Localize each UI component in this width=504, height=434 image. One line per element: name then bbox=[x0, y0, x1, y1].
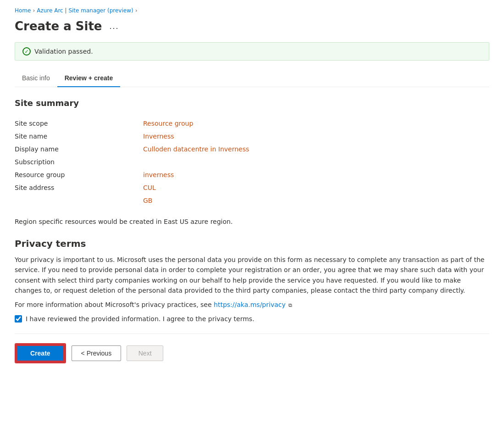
external-link-icon: ⧉ bbox=[288, 301, 292, 310]
tabs-container: Basic info Review + create bbox=[15, 70, 489, 87]
footer-divider bbox=[15, 334, 489, 334]
create-button-wrapper: Create bbox=[15, 343, 66, 363]
summary-row-display-name: Display name Culloden datacentre in Inve… bbox=[15, 143, 489, 156]
value-site-scope: Resource group bbox=[143, 120, 489, 127]
privacy-checkbox[interactable] bbox=[15, 315, 22, 323]
value-display-name: Culloden datacentre in Inverness bbox=[143, 145, 489, 153]
value-subscription bbox=[143, 158, 489, 166]
privacy-text-1: Your privacy is important to us. Microso… bbox=[15, 255, 489, 296]
breadcrumb-sep-2: › bbox=[135, 7, 138, 14]
tab-review-create[interactable]: Review + create bbox=[57, 70, 120, 87]
label-subscription: Subscription bbox=[15, 158, 143, 166]
privacy-checkbox-label[interactable]: I have reviewed the provided information… bbox=[26, 315, 255, 323]
summary-row-resource-group: Resource group inverness bbox=[15, 168, 489, 181]
validation-banner: Validation passed. bbox=[15, 42, 489, 61]
site-summary-title: Site summary bbox=[15, 98, 489, 108]
footer-actions: Create < Previous Next bbox=[15, 341, 489, 363]
privacy-checkbox-row: I have reviewed the provided information… bbox=[15, 315, 489, 323]
tab-basic-info[interactable]: Basic info bbox=[15, 70, 57, 87]
summary-row-country: GB bbox=[15, 194, 489, 207]
label-resource-group: Resource group bbox=[15, 171, 143, 178]
ellipsis-button[interactable]: ... bbox=[108, 21, 121, 32]
privacy-link[interactable]: https://aka.ms/privacy bbox=[214, 301, 286, 308]
summary-table: Site scope Resource group Site name Inve… bbox=[15, 117, 489, 207]
label-display-name: Display name bbox=[15, 145, 143, 153]
page-title-row: Create a Site ... bbox=[15, 19, 489, 33]
value-site-name: Inverness bbox=[143, 133, 489, 140]
summary-row-scope: Site scope Resource group bbox=[15, 117, 489, 130]
value-resource-group: inverness bbox=[143, 171, 489, 178]
breadcrumb: Home › Azure Arc | Site manager (preview… bbox=[15, 7, 489, 14]
label-site-scope: Site scope bbox=[15, 120, 143, 127]
privacy-text-prefix: For more information about Microsoft's p… bbox=[15, 301, 214, 308]
breadcrumb-sep-1: › bbox=[33, 7, 35, 14]
region-note: Region specific resources would be creat… bbox=[15, 218, 489, 225]
breadcrumb-arc[interactable]: Azure Arc | Site manager (preview) bbox=[37, 7, 133, 14]
summary-row-subscription: Subscription bbox=[15, 156, 489, 168]
page-title: Create a Site bbox=[15, 19, 102, 33]
privacy-section: Privacy terms Your privacy is important … bbox=[15, 238, 489, 323]
next-button: Next bbox=[127, 345, 163, 361]
privacy-text-2: For more information about Microsoft's p… bbox=[15, 300, 489, 310]
summary-row-name: Site name Inverness bbox=[15, 130, 489, 143]
breadcrumb-home[interactable]: Home bbox=[15, 7, 31, 14]
check-circle-icon bbox=[22, 47, 31, 56]
value-country: GB bbox=[143, 197, 489, 204]
label-site-name: Site name bbox=[15, 133, 143, 140]
previous-button[interactable]: < Previous bbox=[72, 345, 122, 361]
site-summary-section: Site summary Site scope Resource group S… bbox=[15, 98, 489, 225]
privacy-title: Privacy terms bbox=[15, 238, 489, 249]
create-button[interactable]: Create bbox=[17, 345, 64, 362]
summary-row-site-address: Site address CUL bbox=[15, 181, 489, 194]
label-site-address: Site address bbox=[15, 184, 143, 191]
label-country bbox=[15, 197, 143, 204]
validation-text: Validation passed. bbox=[34, 48, 93, 55]
value-site-address: CUL bbox=[143, 184, 489, 191]
